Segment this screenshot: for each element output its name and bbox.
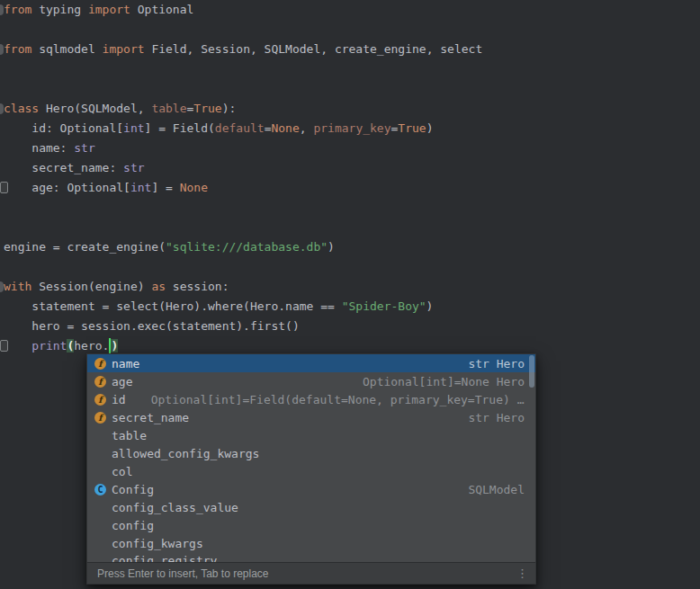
completion-item-label: config_registry bbox=[112, 552, 217, 562]
code-line[interactable] bbox=[4, 79, 700, 99]
code-line[interactable]: engine = create_engine("sqlite:///databa… bbox=[4, 237, 700, 257]
code-line[interactable] bbox=[4, 198, 700, 218]
code-line[interactable]: from typing import Optional bbox=[4, 0, 700, 20]
completion-item-Config[interactable]: CConfigSQLModel bbox=[87, 480, 535, 498]
code-token: int bbox=[123, 121, 144, 135]
completion-item-label: secret_name bbox=[112, 411, 189, 424]
code-token: engine = create_engine( bbox=[4, 240, 166, 254]
code-token: True bbox=[398, 121, 426, 135]
code-line[interactable]: hero = session.exec(statement).first() bbox=[4, 317, 700, 336]
completion-item-label: id bbox=[112, 393, 126, 406]
class-icon: C bbox=[94, 484, 106, 495]
code-token: from bbox=[4, 3, 31, 16]
code-token: with bbox=[4, 280, 31, 293]
completion-item-type-hint: SQLModel bbox=[468, 483, 525, 496]
completion-item-label: config_kwargs bbox=[112, 537, 203, 550]
code-token: int bbox=[130, 181, 151, 194]
popup-scrollbar-thumb[interactable] bbox=[529, 355, 534, 388]
code-token: id: Optional[ bbox=[4, 121, 123, 135]
code-token: ] = bbox=[151, 181, 179, 194]
code-token: Hero(SQLModel, bbox=[39, 102, 151, 115]
code-token: None bbox=[180, 181, 208, 194]
code-token: default bbox=[215, 121, 265, 135]
code-token: name: bbox=[4, 141, 74, 155]
completion-item-col[interactable]: col bbox=[87, 462, 535, 480]
completion-item-id[interactable]: fidOptional[int]=Field(default=None, pri… bbox=[87, 390, 535, 408]
code-token: hero. bbox=[74, 339, 109, 353]
code-line[interactable]: with Session(engine) as session: bbox=[4, 277, 700, 297]
code-token: primary_key bbox=[313, 121, 390, 135]
completion-list: fnamestr HerofageOptional[int]=None Hero… bbox=[87, 354, 535, 562]
code-token: ) bbox=[328, 240, 335, 254]
code-token: hero = session.exec(statement).first() bbox=[4, 319, 300, 333]
code-token: Session(engine) bbox=[31, 280, 151, 293]
completion-popup: fnamestr HerofageOptional[int]=None Hero… bbox=[86, 353, 536, 585]
code-token: Field, Session, SQLModel, create_engine,… bbox=[145, 42, 483, 56]
code-line[interactable]: from sqlmodel import Field, Session, SQL… bbox=[4, 40, 700, 59]
code-line[interactable]: name: str bbox=[4, 138, 700, 158]
code-line[interactable]: secret_name: str bbox=[4, 158, 700, 178]
completion-item-config_class_value[interactable]: config_class_value bbox=[87, 498, 535, 516]
code-token: print bbox=[31, 339, 67, 353]
completion-popup-footer: Press Enter to insert, Tab to replace ⋮ bbox=[87, 562, 535, 584]
completion-item-age[interactable]: fageOptional[int]=None Hero bbox=[87, 372, 535, 390]
code-token: ) bbox=[111, 339, 118, 353]
completion-item-label: Config bbox=[112, 483, 154, 496]
completion-item-label: table bbox=[112, 429, 147, 442]
code-token: str bbox=[74, 141, 94, 155]
code-line[interactable]: statement = select(Hero).where(Hero.name… bbox=[4, 297, 700, 317]
completion-hint-text: Press Enter to insert, Tab to replace bbox=[97, 567, 269, 580]
code-line[interactable] bbox=[4, 257, 700, 277]
code-token: table bbox=[151, 102, 186, 115]
kebab-menu-icon[interactable]: ⋮ bbox=[516, 567, 528, 579]
code-token: ): bbox=[222, 102, 237, 115]
code-line[interactable]: class Hero(SQLModel, table=True): bbox=[4, 99, 700, 119]
code-token: ) bbox=[426, 121, 434, 135]
code-line[interactable] bbox=[4, 20, 700, 40]
code-token: import bbox=[88, 3, 130, 16]
code-token: True bbox=[193, 102, 221, 115]
code-line[interactable]: age: Optional[int] = None bbox=[4, 178, 700, 198]
completion-item-config_registry[interactable]: config_registry bbox=[87, 552, 535, 562]
code-token: import bbox=[103, 42, 145, 56]
code-token: ] = Field( bbox=[145, 121, 215, 135]
completion-item-label: config bbox=[112, 519, 154, 532]
code-line[interactable] bbox=[4, 59, 700, 79]
code-token: from bbox=[4, 42, 31, 56]
completion-item-type-hint: str Hero bbox=[468, 411, 525, 424]
code-token: sqlmodel bbox=[31, 42, 102, 56]
completion-item-label: config_class_value bbox=[112, 501, 238, 514]
field-icon: f bbox=[94, 412, 106, 424]
completion-item-config[interactable]: config bbox=[87, 516, 535, 534]
completion-item-config_kwargs[interactable]: config_kwargs bbox=[87, 534, 535, 552]
completion-item-name[interactable]: fnamestr Hero bbox=[87, 354, 535, 372]
code-line[interactable]: id: Optional[int] = Field(default=None, … bbox=[4, 119, 700, 138]
code-line[interactable] bbox=[4, 218, 700, 237]
code-token: as bbox=[151, 280, 166, 293]
completion-item-label: age bbox=[112, 375, 132, 388]
completion-item-label: name bbox=[112, 357, 139, 370]
code-token: statement = select(Hero).where(Hero.name… bbox=[4, 299, 342, 313]
gutter-bookmark-icon[interactable] bbox=[0, 340, 8, 352]
field-icon: f bbox=[94, 394, 106, 406]
completion-item-type-hint: Optional[int]=None Hero bbox=[363, 375, 525, 388]
code-token: None bbox=[271, 121, 299, 135]
code-token: typing bbox=[31, 3, 88, 16]
code-token: secret_name: bbox=[4, 161, 123, 174]
completion-item-secret_name[interactable]: fsecret_namestr Hero bbox=[87, 408, 535, 426]
field-icon: f bbox=[94, 376, 106, 388]
code-token: "Spider-Boy" bbox=[342, 299, 426, 313]
code-token: , bbox=[300, 121, 314, 135]
gutter-bookmark-icon[interactable] bbox=[0, 182, 8, 193]
field-icon: f bbox=[94, 358, 106, 370]
code-token: session: bbox=[166, 280, 229, 293]
completion-item-table[interactable]: table bbox=[87, 426, 535, 444]
code-token: "sqlite:///database.db" bbox=[166, 240, 328, 254]
code-token: str bbox=[123, 161, 144, 174]
code-token: ) bbox=[426, 299, 434, 313]
completion-item-signature: Optional[int]=Field(default=None, primar… bbox=[151, 393, 525, 406]
completion-item-allowed_config_kwargs[interactable]: allowed_config_kwargs bbox=[87, 444, 535, 462]
completion-item-label: allowed_config_kwargs bbox=[112, 447, 259, 460]
code-token: age: Optional[ bbox=[4, 181, 130, 194]
completion-item-label: col bbox=[112, 465, 132, 478]
